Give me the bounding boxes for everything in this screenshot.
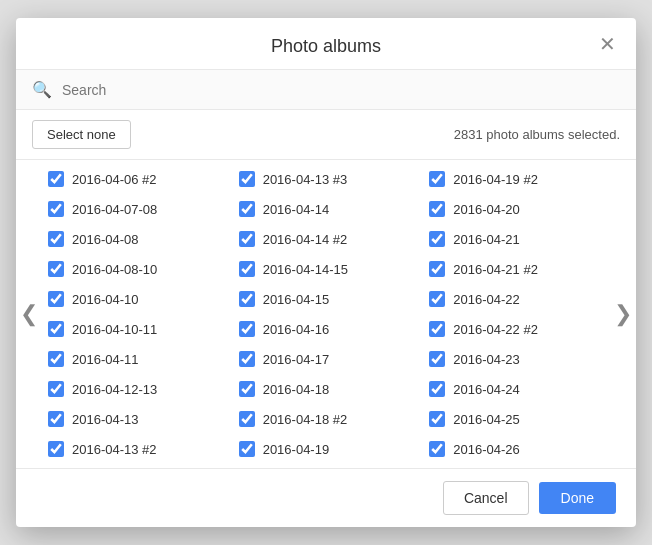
list-item[interactable]: 2016-04-26	[421, 434, 612, 464]
dialog-footer: Cancel Done	[16, 468, 636, 527]
album-label: 2016-04-10-11	[72, 322, 157, 337]
album-checkbox[interactable]	[48, 291, 64, 307]
album-checkbox[interactable]	[48, 441, 64, 457]
album-checkbox[interactable]	[239, 291, 255, 307]
list-item[interactable]: 2016-04-24	[421, 374, 612, 404]
prev-page-button[interactable]: ❮	[16, 293, 42, 335]
album-label: 2016-04-16	[263, 322, 330, 337]
album-checkbox[interactable]	[429, 351, 445, 367]
album-label: 2016-04-13 #2	[72, 442, 157, 457]
album-label: 2016-04-14	[263, 202, 330, 217]
album-label: 2016-04-22	[453, 292, 520, 307]
album-label: 2016-04-07-08	[72, 202, 157, 217]
album-checkbox[interactable]	[48, 321, 64, 337]
list-item[interactable]: 2016-04-18	[231, 374, 422, 404]
album-checkbox[interactable]	[429, 381, 445, 397]
list-item[interactable]: 2016-04-21 #2	[421, 254, 612, 284]
albums-area: ❮ 2016-04-06 #22016-04-13 #32016-04-19 #…	[16, 160, 636, 468]
album-label: 2016-04-06 #2	[72, 172, 157, 187]
album-label: 2016-04-10	[72, 292, 139, 307]
dialog-header: Photo albums ✕	[16, 18, 636, 70]
album-checkbox[interactable]	[239, 171, 255, 187]
album-label: 2016-04-13 #3	[263, 172, 348, 187]
list-item[interactable]: 2016-04-19	[231, 434, 422, 464]
album-checkbox[interactable]	[429, 411, 445, 427]
album-checkbox[interactable]	[239, 381, 255, 397]
done-button[interactable]: Done	[539, 482, 616, 514]
list-item[interactable]: 2016-04-25	[421, 404, 612, 434]
album-checkbox[interactable]	[48, 171, 64, 187]
album-label: 2016-04-17	[263, 352, 330, 367]
list-item[interactable]: 2016-04-19 #2	[421, 164, 612, 194]
album-label: 2016-04-22 #2	[453, 322, 538, 337]
album-label: 2016-04-18	[263, 382, 330, 397]
search-input[interactable]	[62, 82, 620, 98]
search-bar: 🔍	[16, 70, 636, 110]
list-item[interactable]: 2016-04-08	[40, 224, 231, 254]
list-item[interactable]: 2016-04-06 #2	[40, 164, 231, 194]
album-checkbox[interactable]	[48, 201, 64, 217]
album-label: 2016-04-14 #2	[263, 232, 348, 247]
albums-grid: 2016-04-06 #22016-04-13 #32016-04-19 #22…	[16, 160, 636, 468]
list-item[interactable]: 2016-04-10	[40, 284, 231, 314]
album-checkbox[interactable]	[239, 201, 255, 217]
album-label: 2016-04-08	[72, 232, 139, 247]
album-checkbox[interactable]	[239, 321, 255, 337]
dialog-title: Photo albums	[271, 36, 381, 57]
album-checkbox[interactable]	[429, 261, 445, 277]
photo-albums-dialog: Photo albums ✕ 🔍 Select none 2831 photo …	[16, 18, 636, 527]
album-label: 2016-04-26	[453, 442, 520, 457]
toolbar: Select none 2831 photo albums selected.	[16, 110, 636, 160]
album-checkbox[interactable]	[239, 351, 255, 367]
list-item[interactable]: 2016-04-22 #2	[421, 314, 612, 344]
list-item[interactable]: 2016-04-14	[231, 194, 422, 224]
album-checkbox[interactable]	[429, 441, 445, 457]
list-item[interactable]: 2016-04-18 #2	[231, 404, 422, 434]
list-item[interactable]: 2016-04-12-13	[40, 374, 231, 404]
next-page-button[interactable]: ❯	[610, 293, 636, 335]
list-item[interactable]: 2016-04-15	[231, 284, 422, 314]
list-item[interactable]: 2016-04-17	[231, 344, 422, 374]
list-item[interactable]: 2016-04-16	[231, 314, 422, 344]
album-label: 2016-04-13	[72, 412, 139, 427]
album-label: 2016-04-20	[453, 202, 520, 217]
album-checkbox[interactable]	[429, 231, 445, 247]
cancel-button[interactable]: Cancel	[443, 481, 529, 515]
album-label: 2016-04-21	[453, 232, 520, 247]
album-checkbox[interactable]	[239, 231, 255, 247]
album-checkbox[interactable]	[429, 291, 445, 307]
album-checkbox[interactable]	[239, 261, 255, 277]
list-item[interactable]: 2016-04-08-10	[40, 254, 231, 284]
album-checkbox[interactable]	[239, 411, 255, 427]
album-checkbox[interactable]	[48, 411, 64, 427]
list-item[interactable]: 2016-04-22	[421, 284, 612, 314]
album-checkbox[interactable]	[48, 381, 64, 397]
list-item[interactable]: 2016-04-14-15	[231, 254, 422, 284]
album-checkbox[interactable]	[239, 441, 255, 457]
close-button[interactable]: ✕	[593, 30, 622, 58]
album-checkbox[interactable]	[429, 321, 445, 337]
album-checkbox[interactable]	[429, 171, 445, 187]
list-item[interactable]: 2016-04-13 #3	[231, 164, 422, 194]
list-item[interactable]: 2016-04-14 #2	[231, 224, 422, 254]
album-label: 2016-04-21 #2	[453, 262, 538, 277]
selected-count: 2831 photo albums selected.	[454, 127, 620, 142]
album-checkbox[interactable]	[48, 351, 64, 367]
list-item[interactable]: 2016-04-20	[421, 194, 612, 224]
album-label: 2016-04-12-13	[72, 382, 157, 397]
list-item[interactable]: 2016-04-23	[421, 344, 612, 374]
list-item[interactable]: 2016-04-11	[40, 344, 231, 374]
list-item[interactable]: 2016-04-13	[40, 404, 231, 434]
album-checkbox[interactable]	[48, 231, 64, 247]
select-none-button[interactable]: Select none	[32, 120, 131, 149]
album-checkbox[interactable]	[429, 201, 445, 217]
list-item[interactable]: 2016-04-07-08	[40, 194, 231, 224]
list-item[interactable]: 2016-04-13 #2	[40, 434, 231, 464]
list-item[interactable]: 2016-04-21	[421, 224, 612, 254]
album-label: 2016-04-19 #2	[453, 172, 538, 187]
list-item[interactable]: 2016-04-10-11	[40, 314, 231, 344]
album-label: 2016-04-11	[72, 352, 139, 367]
album-checkbox[interactable]	[48, 261, 64, 277]
album-label: 2016-04-08-10	[72, 262, 157, 277]
album-label: 2016-04-25	[453, 412, 520, 427]
